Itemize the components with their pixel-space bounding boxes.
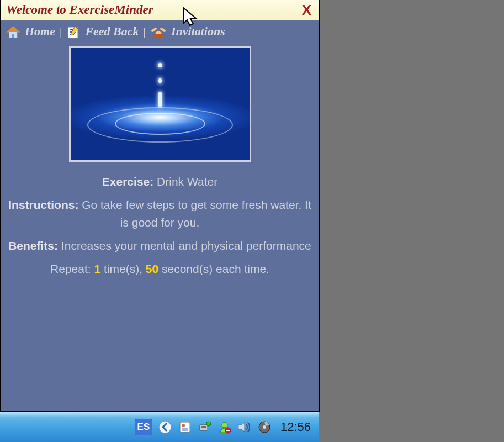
svg-rect-3 (12, 34, 14, 38)
benefits-text: Increases your mental and physical perfo… (61, 239, 311, 252)
tray-media-icon[interactable] (257, 420, 272, 434)
exercise-details: Exercise: Drink Water Instructions: Go t… (1, 162, 319, 278)
repeat-line: Repeat: 1 time(s), 50 second(s) each tim… (8, 260, 311, 278)
exercise-label: Exercise (102, 175, 150, 188)
title-bar: Welcome to ExerciseMinder X (1, 0, 319, 20)
tray-safely-remove-icon[interactable] (198, 420, 212, 434)
instructions-line: Instructions: Go take few steps to get s… (8, 196, 311, 231)
instructions-label: Instructions (8, 198, 75, 211)
home-icon (6, 24, 20, 39)
repeat-seconds: 50 (146, 262, 158, 275)
repeat-prefix: Repeat: (50, 262, 91, 275)
repeat-times: 1 (94, 262, 100, 275)
tray-messenger-icon[interactable] (217, 420, 232, 434)
nav-separator: | (144, 24, 146, 39)
nav-separator: | (60, 24, 62, 39)
tray-expand-icon[interactable] (158, 420, 172, 434)
exercise-name: Drink Water (157, 175, 217, 188)
system-tray: ES (135, 419, 319, 435)
repeat-times-unit: time(s), (104, 262, 142, 275)
nav-bar: Home | Feed Back | Invitations (1, 20, 319, 41)
close-button[interactable]: X (300, 2, 314, 19)
nav-invitations[interactable]: Invitations (171, 24, 225, 39)
feedback-icon (66, 24, 81, 39)
svg-marker-1 (7, 27, 19, 32)
svg-point-16 (206, 422, 211, 426)
exercise-image (69, 46, 251, 162)
nav-feedback[interactable]: Feed Back (85, 24, 139, 39)
exercise-image-wrap (1, 46, 319, 162)
exerciseminder-window: Welcome to ExerciseMinder X Home | Feed … (0, 0, 320, 412)
taskbar-clock[interactable]: 12:56 (277, 420, 311, 434)
svg-rect-15 (201, 426, 206, 428)
svg-rect-13 (182, 428, 188, 431)
svg-point-12 (182, 424, 185, 427)
language-indicator[interactable]: ES (135, 419, 152, 435)
taskbar: ES (0, 412, 319, 442)
benefits-line: Benefits: Increases your mental and phys… (8, 237, 311, 255)
invitations-icon (150, 24, 167, 39)
repeat-seconds-unit: second(s) each time. (162, 262, 269, 275)
svg-point-10 (159, 421, 171, 433)
svg-point-17 (222, 422, 227, 428)
tray-volume-icon[interactable] (237, 420, 252, 434)
svg-marker-20 (238, 423, 245, 432)
nav-home[interactable]: Home (25, 24, 55, 39)
tray-app-icon[interactable] (178, 420, 192, 434)
window-title: Welcome to ExerciseMinder (6, 3, 300, 17)
benefits-label: Benefits (8, 239, 54, 252)
exercise-line: Exercise: Drink Water (8, 173, 311, 191)
instructions-text: Go take few steps to get some fresh wate… (82, 198, 311, 229)
